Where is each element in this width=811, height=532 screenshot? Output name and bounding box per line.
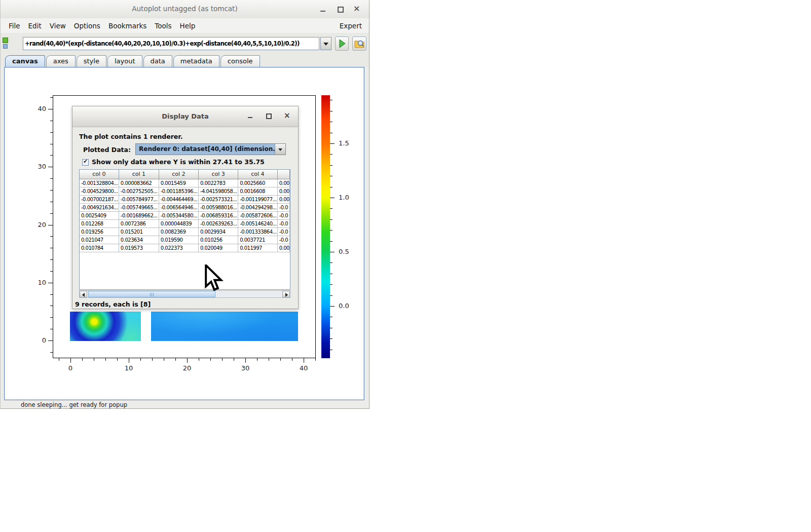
table-cell[interactable]: 0.021047 xyxy=(80,236,119,244)
table-cell[interactable]: -0.0 xyxy=(277,236,289,244)
table-cell[interactable]: -0.006564946... xyxy=(159,203,198,211)
table-row[interactable]: 0.0025409-0.001689662...-0.005344580...-… xyxy=(80,211,290,219)
table-cell[interactable]: 0.020049 xyxy=(198,244,238,252)
table-row[interactable]: -0.007002187...-0.005784977...-0.0044644… xyxy=(80,195,290,203)
tab-layout[interactable]: layout xyxy=(107,55,142,67)
address-dropdown-button[interactable] xyxy=(320,37,331,50)
table-cell[interactable]: 0.00 xyxy=(277,187,289,195)
renderer-combobox[interactable]: Renderer 0: dataset[40,40] (dimension... xyxy=(135,143,286,155)
tab-style[interactable]: style xyxy=(77,55,106,67)
table-cell[interactable]: 0.019573 xyxy=(119,244,159,252)
table-cell[interactable]: 0.000083662 xyxy=(119,179,159,187)
tab-canvas[interactable]: canvas xyxy=(5,55,45,67)
scroll-left-button[interactable] xyxy=(80,291,87,297)
table-cell[interactable]: 0.00 xyxy=(277,195,289,203)
table-row[interactable]: -0.004921634...-0.005749665...-0.0065649… xyxy=(80,203,290,211)
table-cell[interactable]: 0.000044839 xyxy=(159,219,198,227)
table-cell[interactable]: -0.004294298... xyxy=(238,203,278,211)
table-cell[interactable]: -0.002639263... xyxy=(198,219,238,227)
table-header[interactable]: col 4 xyxy=(238,170,278,179)
table-cell[interactable]: 0.0082369 xyxy=(159,227,198,236)
inspect-button[interactable] xyxy=(352,36,366,51)
table-cell[interactable]: -0.001185396... xyxy=(159,187,198,195)
table-row[interactable]: 0.0122680.00723860.000044839-0.002639263… xyxy=(80,219,290,227)
tab-axes[interactable]: axes xyxy=(46,55,76,67)
table-cell[interactable]: 0.010256 xyxy=(198,236,238,244)
table-cell[interactable]: -0.005344580... xyxy=(159,211,198,219)
table-cell[interactable]: -0.005988016... xyxy=(198,203,238,211)
table-cell[interactable]: -0.002752505... xyxy=(119,187,159,195)
table-cell[interactable]: 0.00 xyxy=(277,179,289,187)
menu-expert[interactable]: Expert xyxy=(340,22,369,30)
table-cell[interactable]: -0.001333864... xyxy=(238,227,278,236)
table-cell[interactable]: -0.005749665... xyxy=(119,203,159,211)
table-cell[interactable]: -0.001689662... xyxy=(119,211,159,219)
table-cell[interactable]: 0.023634 xyxy=(119,236,159,244)
table-cell[interactable]: 0.015201 xyxy=(119,227,159,236)
table-header[interactable]: col 0 xyxy=(80,170,119,179)
table-cell[interactable]: -0.005146240... xyxy=(238,219,278,227)
table-cell[interactable]: -0.0 xyxy=(277,219,289,227)
table-cell[interactable]: 0.019256 xyxy=(80,227,119,236)
table-cell[interactable]: -0.0 xyxy=(277,227,289,236)
tab-console[interactable]: console xyxy=(220,55,260,67)
table-cell[interactable]: -0.007002187... xyxy=(80,195,119,203)
menu-help[interactable]: Help xyxy=(176,22,200,30)
tab-data[interactable]: data xyxy=(143,55,172,67)
table-cell[interactable]: 0.0029934 xyxy=(198,227,238,236)
table-header[interactable] xyxy=(277,170,289,179)
table-cell[interactable]: -0.004921634... xyxy=(80,203,119,211)
table-header[interactable]: col 2 xyxy=(159,170,198,179)
menu-bookmarks[interactable]: Bookmarks xyxy=(104,22,151,30)
menu-view[interactable]: View xyxy=(46,22,70,30)
table-cell[interactable]: -0.004464469... xyxy=(159,195,198,203)
table-cell[interactable]: -0.001328804... xyxy=(80,179,119,187)
table-cell[interactable]: -0.006859316... xyxy=(198,211,238,219)
table-cell[interactable]: 0.019590 xyxy=(159,236,198,244)
table-cell[interactable]: -0.0 xyxy=(277,211,289,219)
table-cell[interactable]: 0.012268 xyxy=(80,219,119,227)
table-cell[interactable]: 0.0072386 xyxy=(119,219,159,227)
window-titlebar[interactable]: Autoplot untagged (as tomcat) × xyxy=(1,0,369,19)
table-cell[interactable]: -0.005784977... xyxy=(119,195,159,203)
menu-tools[interactable]: Tools xyxy=(151,22,175,30)
menu-edit[interactable]: Edit xyxy=(24,22,46,30)
menu-options[interactable]: Options xyxy=(70,22,104,30)
close-icon[interactable]: × xyxy=(353,6,360,13)
table-cell[interactable]: 0.00 xyxy=(277,244,289,252)
table-header[interactable]: col 3 xyxy=(198,170,238,179)
table-row[interactable]: -0.004529800...-0.002752505...-0.0011853… xyxy=(80,187,290,195)
tab-metadata[interactable]: metadata xyxy=(173,55,219,67)
maximize-icon[interactable] xyxy=(337,6,344,13)
menu-file[interactable]: File xyxy=(5,22,24,30)
table-cell[interactable]: 0.011997 xyxy=(238,244,278,252)
table-cell[interactable]: 0.0016608 xyxy=(238,187,278,195)
dialog-close-icon[interactable]: × xyxy=(283,113,290,120)
table-cell[interactable]: 0.022373 xyxy=(159,244,198,252)
table-cell[interactable]: -0.002573321... xyxy=(198,195,238,203)
dialog-maximize-icon[interactable] xyxy=(265,113,272,120)
table-cell[interactable]: -4.041598058... xyxy=(198,187,238,195)
table-cell[interactable]: 0.0037721 xyxy=(238,236,278,244)
table-cell[interactable]: 0.0025409 xyxy=(80,211,119,219)
go-button[interactable] xyxy=(335,36,349,51)
table-cell[interactable]: 0.0025660 xyxy=(238,179,278,187)
scrollbar-thumb[interactable] xyxy=(88,291,215,297)
table-cell[interactable]: -0.005872606... xyxy=(238,211,278,219)
table-cell[interactable]: -0.0 xyxy=(277,203,289,211)
table-row[interactable]: 0.0210470.0236340.0195900.0102560.003772… xyxy=(80,236,290,244)
combobox-arrow-button[interactable] xyxy=(275,144,285,155)
address-input[interactable] xyxy=(23,37,319,50)
data-table-viewport[interactable]: col 0col 1col 2col 3col 4 -0.001328804..… xyxy=(79,169,290,290)
dialog-titlebar[interactable]: Display Data × xyxy=(72,106,298,127)
table-cell[interactable]: 0.0015459 xyxy=(159,179,198,187)
scroll-right-button[interactable] xyxy=(282,291,290,297)
dialog-minimize-icon[interactable] xyxy=(247,113,253,120)
table-header[interactable]: col 1 xyxy=(119,170,159,179)
table-row[interactable]: 0.0107840.0195730.0223730.0200490.011997… xyxy=(80,244,290,252)
filter-checkbox[interactable]: ✔ xyxy=(82,159,89,166)
table-cell[interactable]: -0.001199077... xyxy=(238,195,278,203)
table-cell[interactable]: 0.010784 xyxy=(80,244,119,252)
horizontal-scrollbar[interactable] xyxy=(79,290,290,298)
table-cell[interactable]: 0.0022783 xyxy=(198,179,238,187)
